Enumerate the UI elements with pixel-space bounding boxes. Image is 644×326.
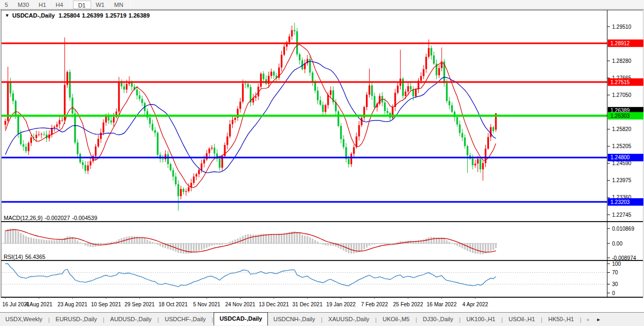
macd-signal-value: -0.004539 [72, 215, 97, 221]
svg-text:4 Apr 2022: 4 Apr 2022 [462, 301, 488, 307]
svg-text:1.23203: 1.23203 [610, 199, 630, 205]
symbol-tab-bar: USDX,Weekly|EURUSD-,Daily|AUDUSD-,Daily|… [0, 312, 644, 326]
timeframe-button-h1[interactable]: H1 [34, 1, 51, 9]
timeframe-button-m5[interactable]: 5 [0, 1, 13, 9]
svg-text:7 Feb 2022: 7 Feb 2022 [361, 301, 388, 307]
price-badge-1.28912: 1.28912 [608, 39, 643, 47]
price-badge-1.23203: 1.23203 [608, 198, 643, 206]
svg-text:1.29510: 1.29510 [612, 24, 632, 30]
svg-text:30: 30 [612, 281, 618, 287]
svg-text:4 Aug 2021: 4 Aug 2021 [26, 301, 53, 307]
timeframe-button-d1[interactable]: D1 [73, 1, 91, 9]
rsi-name: RSI(14) [4, 254, 23, 260]
toolbar-separator [70, 1, 71, 9]
tab-hk50-h1[interactable]: HK50-,H1 [543, 314, 579, 325]
tab-uk100-h1[interactable]: UK100-,H1 [461, 314, 501, 325]
timeframe-button-h4[interactable]: H4 [51, 1, 68, 9]
ohlc-open: 1.25804 [59, 12, 80, 19]
tab-usdx-weekly[interactable]: USDX,Weekly [0, 314, 47, 325]
svg-text:0.010869: 0.010869 [612, 226, 634, 232]
svg-text:1.24590: 1.24590 [612, 160, 632, 166]
svg-text:70: 70 [612, 270, 618, 275]
svg-text:16 Mar 2022: 16 Mar 2022 [427, 301, 457, 307]
svg-text:0: 0 [612, 290, 615, 296]
macd-indicator-label: MACD(12,26,9)-0.002027-0.004539 [4, 215, 100, 221]
svg-text:100: 100 [612, 261, 621, 267]
rsi-indicator-label: RSI(14)56.4365 [4, 254, 47, 260]
timeframe-button-w1[interactable]: W1 [91, 1, 110, 9]
macd-name: MACD(12,26,9) [4, 215, 43, 221]
tab-dj30-daily[interactable]: DJ30-,Daily [418, 314, 459, 325]
tab-usdchf-daily[interactable]: USDCHF-,Daily [159, 314, 211, 325]
ohlc-close: 1.26389 [128, 12, 150, 19]
tab-ukoil-m5[interactable]: UKOil-,M5 [377, 314, 415, 325]
timeframe-button-mn[interactable]: MN [109, 1, 128, 9]
chart-symbol: USDCAD-,Daily [12, 12, 55, 19]
chart-window[interactable]: 1.295101.282801.276651.270501.258201.252… [0, 10, 644, 312]
ohlc-low: 1.25719 [105, 12, 127, 19]
svg-text:1.28280: 1.28280 [612, 58, 632, 64]
svg-text:0.00: 0.00 [612, 241, 623, 247]
rsi-value: 56.4365 [25, 254, 45, 260]
price-badge-1.26303: 1.26303 [608, 112, 643, 119]
svg-text:1.22745: 1.22745 [612, 212, 632, 218]
svg-text:1.27050: 1.27050 [612, 92, 632, 98]
svg-text:1.25205: 1.25205 [612, 143, 632, 149]
tab-eurusd-daily[interactable]: EURUSD-,Daily [50, 314, 102, 325]
svg-text:1.25820: 1.25820 [612, 126, 632, 132]
tab-usdcad-daily[interactable]: USDCAD-,Daily [214, 312, 268, 325]
timeframe-button-m30[interactable]: M30 [13, 1, 34, 9]
toolbar-separator [130, 1, 131, 9]
svg-text:13 Dec 2021: 13 Dec 2021 [259, 301, 289, 307]
svg-text:24 Nov 2021: 24 Nov 2021 [225, 301, 256, 307]
price-badge-1.24800: 1.24800 [608, 154, 643, 161]
tab-usoil-h1[interactable]: USOil-,H1 [503, 314, 541, 325]
svg-text:18 Oct 2021: 18 Oct 2021 [159, 301, 188, 307]
svg-text:10 Sep 2021: 10 Sep 2021 [91, 301, 121, 307]
svg-text:1.23975: 1.23975 [612, 177, 632, 183]
svg-text:23 Aug 2021: 23 Aug 2021 [58, 301, 88, 307]
svg-text:-0.008974: -0.008974 [612, 255, 636, 261]
svg-text:31 Dec 2021: 31 Dec 2021 [292, 301, 323, 307]
svg-text:1.28912: 1.28912 [610, 40, 630, 46]
chart-title: ▼USDCAD-,Daily 1.258041.263991.257191.26… [4, 12, 152, 19]
tab-audusd-daily[interactable]: AUDUSD-,Daily [105, 314, 157, 325]
tabs-scroll-left-icon[interactable]: ◄ [582, 317, 593, 322]
svg-text:5 Nov 2021: 5 Nov 2021 [193, 301, 221, 307]
tabs-scroll-right-icon[interactable]: ► [593, 317, 604, 322]
tab-xauusd-daily[interactable]: XAUUSD-,Daily [323, 314, 374, 325]
price-badge-1.27515: 1.27515 [608, 78, 643, 86]
ohlc-high: 1.26399 [82, 12, 103, 19]
symbol-menu-icon[interactable]: ▼ [5, 13, 10, 18]
tab-usdcnh-daily[interactable]: USDCNH-,Daily [268, 314, 320, 325]
macd-main-value: -0.002027 [45, 215, 70, 221]
svg-text:25 Feb 2022: 25 Feb 2022 [393, 301, 423, 307]
svg-text:1.24800: 1.24800 [610, 154, 630, 160]
svg-text:19 Jan 2022: 19 Jan 2022 [327, 301, 356, 307]
svg-text:1.26303: 1.26303 [610, 113, 630, 119]
svg-text:1.27515: 1.27515 [610, 79, 630, 85]
timeframe-toolbar: 5 M30 H1 H4 D1 W1 MN [0, 0, 644, 10]
chart-canvas[interactable]: 1.295101.282801.276651.270501.258201.252… [0, 10, 644, 312]
svg-text:29 Sep 2021: 29 Sep 2021 [125, 301, 155, 307]
